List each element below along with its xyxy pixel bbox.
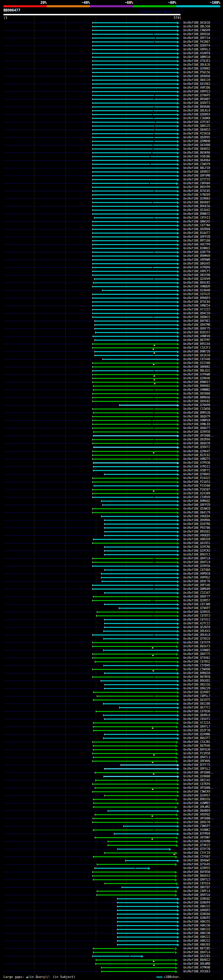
hit-label[interactable]: UniRef100_D0ABE9 — [183, 809, 210, 813]
hit-label[interactable]: UniRef100_C5XJN1 — [183, 740, 210, 744]
alignment-bar[interactable] — [93, 443, 177, 444]
hit-label[interactable]: UniRef100_Q39882 — [183, 67, 210, 70]
alignment-bar[interactable] — [95, 340, 177, 341]
alignment-bar[interactable] — [104, 474, 177, 475]
alignment-bar[interactable] — [108, 810, 177, 811]
alignment-bar[interactable] — [101, 501, 177, 502]
alignment-bar[interactable] — [93, 807, 175, 808]
alignment-bar[interactable] — [93, 566, 177, 566]
alignment-bar[interactable] — [93, 252, 177, 253]
hit-label[interactable]: UniRef100_Q9SM37 — [183, 170, 210, 173]
alignment-bar[interactable] — [93, 160, 177, 161]
hit-label[interactable]: UniRef100_Q9ATL6 — [183, 893, 210, 897]
hit-label[interactable]: UniRef100_B9EUI6 — [183, 798, 210, 801]
hit-label[interactable]: UniRef100_Q700A5 — [183, 473, 210, 476]
alignment-bar[interactable] — [93, 167, 177, 169]
hit-label[interactable]: UniRef100_Q30GP4 — [183, 901, 210, 904]
alignment-bar[interactable] — [93, 259, 177, 260]
alignment-bar[interactable] — [103, 738, 177, 739]
alignment-bar[interactable] — [93, 512, 177, 513]
alignment-bar[interactable] — [97, 611, 177, 612]
alignment-bar[interactable] — [93, 401, 177, 402]
hit-label[interactable]: UniRef100_Q9LKL9 — [183, 109, 210, 112]
hit-label[interactable]: UniRef100_C8YXI4 — [183, 882, 210, 885]
alignment-bar[interactable] — [120, 405, 177, 406]
hit-label[interactable]: UniRef100_A9UED5 — [183, 534, 210, 537]
hit-label[interactable]: UniRef100_A7PKH0 — [183, 966, 210, 969]
hit-label[interactable]: UniRef100_A0RZG9 — [183, 538, 210, 541]
hit-label[interactable]: UniRef100_Q5ZF78 — [183, 729, 210, 732]
alignment-bar[interactable] — [93, 22, 177, 23]
alignment-bar[interactable] — [93, 879, 175, 880]
hit-label[interactable]: UniRef100_UPI000.. — [183, 786, 213, 789]
hit-label[interactable]: UniRef100_Q9FS46 — [183, 584, 210, 587]
alignment-bar[interactable] — [95, 788, 177, 788]
hit-label[interactable]: UniRef100_Q946W7 — [183, 859, 210, 862]
hit-label[interactable]: UniRef100_Q9FPZ8 — [183, 235, 210, 239]
alignment-bar[interactable] — [97, 894, 175, 896]
hit-label[interactable]: UniRef100_B9SI44 — [183, 342, 210, 345]
alignment-bar[interactable] — [93, 822, 177, 823]
hit-label[interactable]: UniRef100_A9NZ54 — [183, 304, 210, 307]
alignment-bar[interactable] — [93, 872, 175, 873]
hit-label[interactable]: UniRef100_Q2A9N6 — [183, 733, 210, 736]
alignment-bar[interactable] — [95, 321, 177, 321]
hit-label[interactable]: UniRef100_Q39646 — [183, 377, 210, 380]
hit-label[interactable]: UniRef100_P21653 — [183, 480, 210, 484]
hit-label[interactable]: UniRef100_Q39956 — [183, 565, 210, 568]
alignment-bar[interactable] — [93, 745, 176, 746]
alignment-bar[interactable] — [93, 412, 177, 414]
alignment-bar[interactable] — [105, 531, 177, 532]
alignment-bar[interactable] — [93, 133, 177, 134]
hit-label[interactable]: UniRef100_Q5DVT4 — [183, 44, 210, 47]
hit-label[interactable]: UniRef100_Q1PCR6 — [183, 546, 210, 549]
hit-label[interactable]: UniRef100_O04119 — [183, 79, 210, 82]
hit-label[interactable]: UniRef100_Q7XY70 — [183, 848, 210, 851]
alignment-bar[interactable] — [93, 435, 177, 436]
alignment-bar[interactable] — [93, 110, 177, 111]
hit-label[interactable]: UniRef100_A8HJ12 — [183, 939, 210, 942]
hit-label[interactable]: UniRef100_Q41951 — [183, 542, 210, 545]
hit-label[interactable]: UniRef100_B9H902 — [183, 385, 210, 388]
hit-label[interactable]: UniRef100_P42067 — [183, 40, 210, 43]
alignment-bar[interactable] — [93, 542, 177, 544]
hit-label[interactable]: UniRef100_B6TIB5 — [183, 947, 210, 950]
alignment-bar[interactable] — [105, 883, 176, 884]
hit-label[interactable]: UniRef100_O04052 — [183, 147, 210, 151]
hit-label[interactable]: UniRef100_Q2A9D7 — [183, 691, 210, 694]
hit-label[interactable]: UniRef100_A9PDC0 — [183, 572, 210, 575]
alignment-bar[interactable] — [94, 485, 177, 486]
alignment-bar[interactable] — [93, 799, 176, 800]
alignment-bar[interactable] — [93, 179, 177, 180]
alignment-bar[interactable] — [117, 944, 177, 945]
hit-label[interactable]: UniRef100_P23958 — [183, 752, 210, 755]
hit-label[interactable]: UniRef100_Q9ATL4 — [183, 951, 210, 954]
hit-label[interactable]: UniRef100_Q39958 — [183, 430, 210, 434]
alignment-bar[interactable] — [93, 409, 177, 409]
hit-label[interactable]: UniRef100_C5YDH5 — [183, 664, 210, 667]
alignment-bar[interactable] — [104, 719, 177, 720]
hit-label[interactable]: UniRef100_A5ARF0 — [183, 52, 210, 55]
hit-label[interactable]: UniRef100_B9RQI0 — [183, 671, 210, 675]
hit-label[interactable]: UniRef100_B9SYP9 — [183, 186, 210, 189]
alignment-bar[interactable] — [102, 971, 175, 972]
alignment-bar[interactable] — [104, 776, 177, 777]
alignment-bar[interactable] — [95, 837, 176, 838]
hit-label[interactable]: UniRef100_A9T8N7 — [183, 836, 210, 839]
alignment-bar[interactable] — [93, 122, 177, 123]
hit-label[interactable]: UniRef100_B6UAS3 — [183, 874, 210, 877]
alignment-bar[interactable] — [93, 256, 177, 256]
alignment-bar[interactable] — [93, 875, 175, 877]
alignment-bar[interactable] — [93, 385, 177, 387]
alignment-bar[interactable] — [117, 933, 177, 934]
alignment-bar[interactable] — [117, 937, 177, 938]
hit-label[interactable]: UniRef100_C6T404 — [183, 568, 210, 571]
hit-label[interactable]: UniRef100_B6TNY0 — [183, 676, 210, 679]
hit-label[interactable]: UniRef100_Q9LWR0 — [183, 962, 210, 966]
hit-label[interactable]: UniRef100_Q30GQ2 — [183, 897, 210, 900]
hit-label[interactable]: UniRef100_C6T7N4 — [183, 224, 210, 227]
alignment-bar[interactable] — [104, 592, 177, 593]
hit-label[interactable]: UniRef100_Q4KQP2 — [183, 909, 210, 912]
alignment-bar[interactable] — [93, 95, 177, 96]
hit-label[interactable]: UniRef100_Q677C2 — [183, 706, 210, 709]
